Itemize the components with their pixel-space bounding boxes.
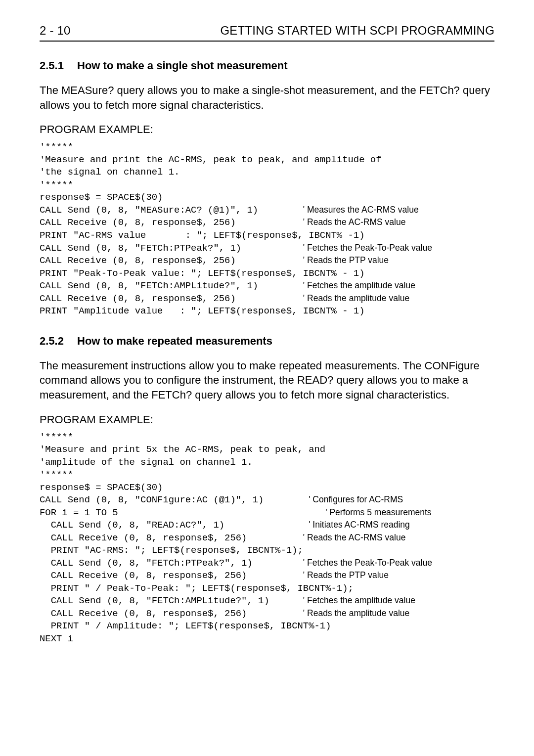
code-line: CALL Receive (0, 8, response$, 256) — [40, 570, 247, 581]
code-comment: ' Fetches the amplitude value — [303, 595, 415, 605]
section-title: How to make repeated measurements — [77, 335, 272, 347]
code-comment: ' Performs 5 measurements — [325, 507, 431, 517]
code-line: '***** — [40, 179, 73, 190]
code-line: PRINT "AC-RMS value : "; LEFT$(response$… — [40, 230, 365, 241]
code-comment: ' Reads the AC-RMS value — [303, 217, 406, 227]
code-line: '***** — [40, 469, 73, 480]
code-line: '***** — [40, 141, 73, 152]
code-comment: ' Configures for AC-RMS — [309, 494, 403, 504]
code-line: CALL Send (0, 8, "MEASure:AC? (@1)", 1) — [40, 205, 258, 216]
code-line: CALL Receive (0, 8, response$, 256) — [40, 217, 236, 228]
code-line: CALL Send (0, 8, "READ:AC?", 1) — [40, 520, 224, 531]
section-heading-251: 2.5.1How to make a single shot measureme… — [40, 59, 494, 72]
section-number: 2.5.2 — [40, 335, 77, 348]
code-line: PRINT "AC-RMS: "; LEFT$(response$, IBCNT… — [40, 545, 303, 556]
code-line: NEXT i — [40, 633, 73, 644]
program-example-heading-1: PROGRAM EXAMPLE: — [40, 123, 494, 136]
code-line: 'Measure and print the AC-RMS, peak to p… — [40, 154, 382, 165]
code-line: CALL Send (0, 8, "FETCh:AMPLitude?", 1) — [40, 595, 269, 606]
code-line: CALL Send (0, 8, "FETCh:PTPeak?", 1) — [40, 243, 241, 254]
code-comment: ' Fetches the Peak-To-Peak value — [303, 558, 432, 568]
code-line: CALL Receive (0, 8, response$, 256) — [40, 533, 247, 543]
section-number: 2.5.1 — [40, 59, 77, 72]
code-line: CALL Receive (0, 8, response$, 256) — [40, 255, 236, 266]
page: 2 - 10 GETTING STARTED WITH SCPI PROGRAM… — [0, 0, 534, 692]
code-line: CALL Send (0, 8, "FETCh:PTPeak?", 1) — [40, 558, 253, 569]
header-rule — [40, 41, 494, 42]
code-comment: ' Reads the amplitude value — [303, 293, 409, 303]
code-comment: ' Fetches the amplitude value — [303, 280, 415, 290]
section-body-251: The MEASure? query allows you to make a … — [40, 83, 494, 112]
code-comment: ' Initiates AC-RMS reading — [309, 520, 410, 530]
chapter-title: GETTING STARTED WITH SCPI PROGRAMMING — [220, 24, 494, 38]
code-line: PRINT " / Amplitude: "; LEFT$(response$,… — [40, 621, 331, 631]
program-example-heading-2: PROGRAM EXAMPLE: — [40, 413, 494, 426]
code-comment: ' Reads the amplitude value — [303, 608, 409, 618]
code-line: CALL Send (0, 8, "FETCh:AMPLitude?", 1) — [40, 280, 258, 291]
code-line: CALL Receive (0, 8, response$, 256) — [40, 293, 236, 304]
code-comment: ' Measures the AC-RMS value — [303, 205, 419, 215]
code-line: FOR i = 1 TO 5 — [40, 507, 118, 518]
code-comment: ' Fetches the Peak-To-Peak value — [303, 243, 432, 253]
code-line: '***** — [40, 432, 73, 443]
code-line: CALL Send (0, 8, "CONFigure:AC (@1)", 1) — [40, 494, 264, 505]
page-number: 2 - 10 — [40, 24, 71, 38]
code-line: PRINT " / Peak-To-Peak: "; LEFT$(respons… — [40, 583, 354, 594]
code-line: 'Measure and print 5x the AC-RMS, peak t… — [40, 444, 325, 455]
code-comment: ' Reads the PTP value — [303, 570, 389, 580]
section-heading-252: 2.5.2How to make repeated measurements — [40, 335, 494, 348]
code-line: CALL Receive (0, 8, response$, 256) — [40, 608, 247, 619]
code-block-2: '***** 'Measure and print 5x the AC-RMS,… — [40, 431, 494, 646]
code-line: PRINT "Peak-To-Peak value: "; LEFT$(resp… — [40, 268, 365, 279]
page-header: 2 - 10 GETTING STARTED WITH SCPI PROGRAM… — [40, 24, 494, 38]
section-title: How to make a single shot measurement — [77, 59, 287, 72]
code-line: 'amplitude of the signal on channel 1. — [40, 457, 253, 468]
code-comment: ' Reads the PTP value — [303, 255, 389, 265]
section-body-252: The measurement instructions allow you t… — [40, 358, 494, 402]
code-line: response$ = SPACE$(30) — [40, 192, 163, 203]
code-line: response$ = SPACE$(30) — [40, 482, 163, 493]
code-block-1: '***** 'Measure and print the AC-RMS, pe… — [40, 141, 494, 317]
code-line: PRINT "Amplitude value : "; LEFT$(respon… — [40, 306, 365, 316]
code-comment: ' Reads the AC-RMS value — [303, 533, 406, 542]
code-line: 'the signal on channel 1. — [40, 167, 179, 178]
